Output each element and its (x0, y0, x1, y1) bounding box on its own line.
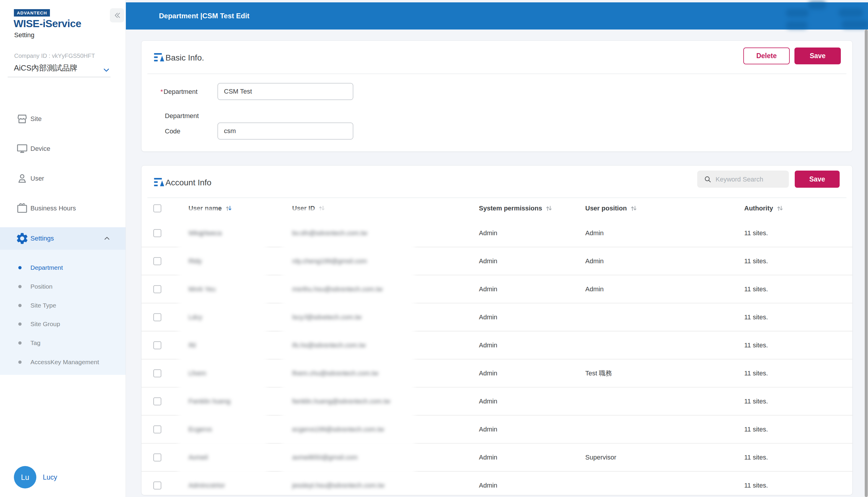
redaction-smudge (282, 382, 415, 391)
redaction-smudge (282, 242, 415, 251)
select-all-checkbox[interactable] (153, 204, 161, 213)
redaction-smudge (286, 209, 325, 217)
sidebar: ADVANTECH WISE-iService Setting Company … (0, 0, 126, 497)
section-list-icon (153, 175, 165, 188)
redacted-toolbar-item (808, 1, 826, 10)
bullet-icon (18, 285, 22, 288)
system-permissions-cell: Admin (479, 257, 497, 265)
scrollbar-thumb[interactable] (865, 29, 868, 497)
advantech-logo: ADVANTECH (14, 9, 50, 16)
authority-cell: 11 sites. (744, 426, 768, 433)
sidebar-subitem-site-group[interactable]: Site Group (0, 316, 126, 332)
system-permissions-cell: Admin (479, 482, 497, 489)
sidebar-item-settings[interactable]: Settings (0, 227, 126, 250)
user-id-redacted: rdy.cheng199@gmsil.com (292, 257, 367, 265)
sort-icon[interactable] (545, 204, 553, 212)
row-checkbox[interactable] (153, 313, 161, 321)
sidebar-subitem-tag[interactable]: Tag (0, 335, 126, 351)
redaction-smudge (178, 326, 267, 335)
department-code-input[interactable] (218, 123, 353, 140)
authority-cell: 11 sites. (744, 285, 768, 293)
company-id-label: Company ID : vkYyFGS50HFT (14, 53, 95, 59)
company-selector[interactable]: AiCS內部測試品牌 (14, 63, 78, 73)
column-header-system-permissions[interactable]: System permissions (479, 204, 553, 212)
redaction-smudge (282, 354, 415, 363)
system-permissions-cell: Admin (479, 341, 497, 349)
divider (148, 73, 846, 74)
user-name-redacted: Fwnklin hueng (189, 398, 231, 405)
delete-button[interactable]: Delete (743, 47, 790, 64)
department-code-label-line2: Code (165, 128, 180, 135)
column-header-authority[interactable]: Authority (744, 204, 784, 212)
redacted-toolbar-item (786, 21, 808, 29)
redaction-smudge (178, 382, 267, 391)
sidebar-subitem-department[interactable]: Department (0, 260, 126, 276)
sidebar-item-business-hours[interactable]: Business Hours (0, 197, 126, 220)
bullet-icon (18, 266, 22, 269)
monitor-icon (15, 142, 29, 156)
sort-icon[interactable] (630, 204, 637, 212)
sort-icon[interactable] (225, 204, 233, 212)
column-header-user-position[interactable]: User position (585, 204, 637, 212)
chevron-down-icon[interactable] (102, 66, 111, 74)
sidebar-collapse-button[interactable] (110, 8, 124, 23)
redaction-smudge (282, 494, 415, 495)
user-position-cell: Supervisor (585, 454, 616, 461)
row-checkbox[interactable] (153, 285, 161, 293)
user-id-redacted: jessleyt.hsu@sdvsntech.com.tw (292, 482, 384, 489)
sidebar-item-device[interactable]: Device (0, 137, 126, 160)
redacted-toolbar-item (841, 20, 868, 29)
user-id-redacted: fwnklin.hueng@sdvsntech.com.tw (292, 398, 390, 405)
sidebar-item-site[interactable]: Site (0, 108, 126, 130)
authority-cell: 11 sites. (744, 369, 768, 377)
user-name-redacted: Lfvem (189, 369, 206, 377)
bullet-icon (18, 341, 22, 345)
sort-icon[interactable] (776, 204, 784, 212)
redaction-smudge (282, 438, 415, 447)
department-input[interactable] (218, 83, 353, 100)
system-permissions-cell: Admin (479, 454, 497, 461)
page-header-bar: Department |CSM Test Edit (126, 2, 868, 29)
chevron-up-icon (103, 234, 111, 243)
authority-cell: 11 sites. (744, 313, 768, 321)
table-body: Wkqjrlweca bv.sfn@sdvsntech.com.tw Admin… (141, 219, 852, 495)
department-code-label-line1: Department (165, 112, 199, 120)
authority-cell: 11 sites. (744, 398, 768, 405)
table-row: Ldcy lscy.f@sdvetech.com.tw Admin 11 sit… (141, 303, 852, 331)
row-checkbox[interactable] (153, 425, 161, 433)
search-input[interactable] (715, 171, 787, 188)
system-permissions-cell: Admin (479, 426, 497, 433)
avatar[interactable]: Lu (14, 466, 36, 488)
gear-icon (15, 232, 29, 245)
row-checkbox[interactable] (153, 229, 161, 237)
table-row: Fwnklin hueng fwnklin.hueng@sdvsntech.co… (141, 387, 852, 415)
row-checkbox[interactable] (153, 257, 161, 265)
row-checkbox[interactable] (153, 453, 161, 461)
row-checkbox[interactable] (153, 369, 161, 377)
table-row: Rtdy rdy.cheng199@gmsil.com Admin Admin … (141, 247, 852, 275)
save-button[interactable]: Save (795, 47, 841, 64)
row-checkbox[interactable] (153, 397, 161, 405)
authority-cell: 11 sites. (744, 257, 768, 265)
sidebar-subitem-position[interactable]: Position (0, 279, 126, 295)
redaction-smudge (178, 494, 267, 495)
sidebar-item-label: Settings (30, 235, 54, 242)
sidebar-item-user[interactable]: User (0, 167, 126, 190)
authority-cell: 11 sites. (744, 229, 768, 237)
section-title: Account Info (165, 178, 211, 187)
double-chevron-left-icon (113, 11, 121, 20)
section-title: Basic Info. (165, 53, 204, 62)
account-save-button[interactable]: Save (795, 171, 840, 188)
row-checkbox[interactable] (153, 341, 161, 349)
redaction-smudge (282, 410, 415, 419)
current-user-name[interactable]: Lucy (43, 473, 57, 481)
redaction-smudge (282, 326, 415, 335)
user-id-redacted: avmeil650@gmsil.com (292, 454, 358, 461)
redaction-smudge (282, 270, 415, 279)
system-permissions-cell: Admin (479, 229, 497, 237)
table-row: Lfvem lfvem.chu@sdvsntech.com.tw Admin T… (141, 359, 852, 387)
system-permissions-cell: Admin (479, 285, 497, 293)
row-checkbox[interactable] (153, 481, 161, 489)
sidebar-subitem-accesskey-management[interactable]: AccessKey Management (0, 354, 126, 370)
sidebar-subitem-site-type[interactable]: Site Type (0, 298, 126, 313)
